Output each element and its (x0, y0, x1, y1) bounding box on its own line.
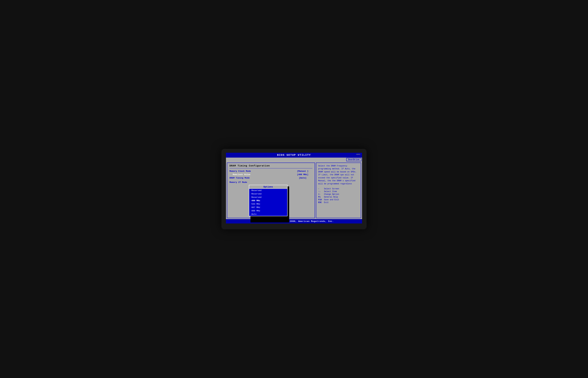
dram-timing-value[interactable]: [Auto] (293, 177, 312, 179)
shortcut-esc: ESC Exit (318, 202, 359, 204)
option-reserved-3[interactable]: Reserved (249, 196, 287, 199)
key-shortcuts: ← Select Screen ↑↓ Select Item +- Change… (318, 188, 359, 204)
footer-bar: v02.61 (C)Copyright 1985-2006, American … (226, 219, 362, 223)
memory-clock-label: Memory Clock Mode (229, 170, 251, 172)
main-content: DRAM Timing Configuration Memory Clock M… (226, 162, 362, 219)
options-box[interactable]: Options Reserved Reserved Reserved 400 M… (249, 185, 288, 216)
key-select-item-desc: Select Item (324, 190, 337, 193)
bios-title-bar: BIOS SETUP UTILITY (226, 153, 362, 158)
key-change-option-desc: Change Option (324, 193, 339, 195)
left-panel: DRAM Timing Configuration Memory Clock M… (227, 162, 315, 218)
right-panel: Select the DRAM Frequency programming me… (316, 162, 361, 218)
config-row-memory-2t: Memory 2T Mode (229, 181, 312, 184)
key-f1: F1 (318, 196, 324, 198)
config-row-dram-timing: DRAM Timing Mode [Auto] (229, 177, 312, 179)
memory-clock-value[interactable]: [Manual ] (293, 170, 312, 172)
key-esc-desc: Exit (324, 202, 329, 204)
key-updown: ↑↓ (318, 190, 324, 193)
monitor: HDMI BIOS SETUP UTILITY OverDrive DRAM T… (222, 149, 366, 229)
memory-2t-label: Memory 2T Mode (229, 181, 247, 184)
memclock-value-value[interactable]: [400 MHz] (293, 173, 312, 176)
panel-title: DRAM Timing Configuration (229, 164, 312, 168)
shortcut-change-option: +- Change Option (318, 193, 359, 195)
option-reserved-2[interactable]: Reserved (249, 192, 287, 196)
option-533mhz[interactable]: 533 MHz (249, 202, 287, 206)
overdrive-bar: OverDrive (226, 158, 362, 162)
bios-screen: HDMI BIOS SETUP UTILITY OverDrive DRAM T… (226, 153, 362, 223)
option-800mhz[interactable]: 800 MHz (249, 209, 287, 213)
config-row-memory-clock: Memory Clock Mode [Manual ] (229, 170, 312, 172)
options-title: Options (249, 185, 287, 189)
help-text: Select the DRAM Frequency programming me… (318, 164, 359, 186)
shortcut-f10: F10 Save and Exit (318, 199, 359, 201)
option-auto[interactable]: Auto (249, 213, 287, 216)
key-esc: ESC (318, 202, 324, 204)
option-400mhz[interactable]: 400 MHz (249, 199, 287, 202)
dram-timing-label: DRAM Timing Mode (229, 177, 250, 179)
key-plusminus: +- (318, 193, 324, 195)
hdmi-label: HDMI (356, 154, 361, 155)
shortcut-f1: F1 General Help (318, 196, 359, 198)
key-f10-desc: Save and Exit (324, 199, 339, 201)
option-reserved-1[interactable]: Reserved (249, 189, 287, 192)
memclock-value-label: Memclock Value (229, 173, 250, 176)
key-arrow: ← (318, 188, 324, 190)
overdrive-label[interactable]: OverDrive (346, 158, 361, 161)
option-667mhz[interactable]: 667 MHz (249, 206, 287, 209)
config-row-memclock-value: Memclock Value [400 MHz] (229, 173, 312, 176)
key-select-screen-desc: Select Screen (324, 188, 339, 190)
key-f10: F10 (318, 199, 324, 201)
options-container: Options Reserved Reserved Reserved 400 M… (249, 185, 312, 216)
shortcut-select-item: ↑↓ Select Item (318, 190, 359, 193)
bios-title: BIOS SETUP UTILITY (277, 154, 311, 157)
key-f1-desc: General Help (324, 196, 338, 198)
shortcut-select-screen: ← Select Screen (318, 188, 359, 190)
